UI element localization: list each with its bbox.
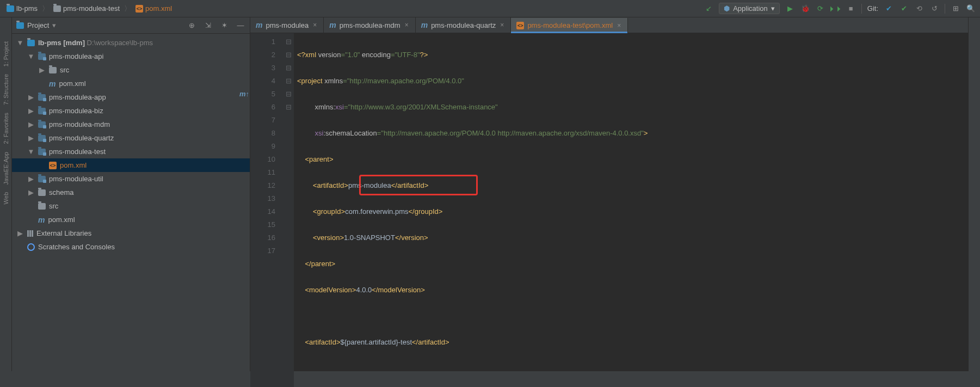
tree-node-folder[interactable]: src [12,199,250,213]
close-icon[interactable]: × [616,22,622,29]
tree-twisty[interactable]: ▶ [27,188,35,196]
tree-root[interactable]: ▼ lb-pms [mdm] D:\workspace\lb-pms [12,36,250,50]
maven-icon: m [38,216,45,224]
project-folder-icon [27,40,35,46]
tool-tab-project[interactable]: 1: Project [2,39,10,69]
close-icon[interactable]: × [312,21,318,29]
tree-label: pms-modulea-util [49,175,103,183]
editor-tab-active[interactable]: <>pms-modulea-test\pom.xml× [511,18,628,33]
tab-label: pms-modulea-mdm [340,21,400,29]
debug-icon[interactable]: 🐞 [800,4,810,14]
tree-twisty[interactable]: ▶ [27,120,35,128]
close-icon[interactable]: × [404,21,410,29]
tree-node-module[interactable]: ▼pms-modulea-api [12,50,250,63]
tree-node-module[interactable]: ▶pms-modulea-mdm [12,118,250,131]
tree-twisty[interactable]: ▼ [27,52,35,60]
stop-icon[interactable]: ■ [846,4,856,14]
tree-twisty[interactable]: ▶ [38,66,46,74]
ide-settings-icon[interactable]: ⊞ [951,4,960,14]
tree-node-pom-selected[interactable]: <>pom.xml [12,158,250,172]
maven-file-icon: <> [135,5,143,13]
editor-body[interactable]: 1234 m↑5 67891011121314151617 ⊟⊟⊟⊟⊟⊟ <?x… [250,33,968,387]
maven-file-icon: <> [49,162,57,169]
tree-node-module[interactable]: ▶pms-modulea-biz [12,104,250,118]
module-icon [38,176,46,182]
folder-icon [49,67,57,73]
tree-twisty[interactable]: ▼ [16,39,24,47]
git-revert-icon[interactable]: ↺ [929,4,939,14]
editor-tabs: mpms-modulea× mpms-modulea-mdm× mpms-mod… [250,17,968,33]
module-icon [38,94,46,101]
code-area[interactable]: <?xml version="1.0" encoding="UTF-8"?> <… [294,33,968,387]
tree-twisty[interactable]: ▼ [27,148,35,156]
separator [945,4,945,14]
tree-label: External Libraries [36,229,91,237]
module-icon [38,108,46,114]
tree-scratches[interactable]: Scratches and Consoles [12,240,250,254]
editor-area: mpms-modulea× mpms-modulea-mdm× mpms-mod… [250,17,968,371]
tree-node-module[interactable]: ▶pms-modulea-quartz [12,131,250,145]
tree-label: pms-modulea-mdm [49,120,110,128]
profile-icon[interactable]: ⏵⏵ [831,4,841,14]
tree-twisty[interactable]: ▶ [27,134,35,142]
maven-gutter-icon[interactable]: m↑ [239,88,249,101]
separator [861,4,862,14]
maven-icon: m [256,21,262,29]
module-icon [38,121,46,128]
tree-twisty[interactable]: ▶ [27,175,35,183]
tree-node-folder[interactable]: ▶schema [12,186,250,199]
search-icon[interactable]: 🔍 [966,4,976,14]
editor-tab[interactable]: mpms-modulea-mdm× [324,17,415,33]
expand-icon[interactable]: ⇲ [203,21,213,30]
tree-node-module[interactable]: ▶pms-modulea-util [12,172,250,186]
build-icon[interactable]: ↙ [704,4,713,14]
tree-label: pms-modulea-app [49,93,106,101]
run-config-dropdown[interactable]: ⬢ Application ▾ [719,3,780,14]
editor-tab[interactable]: mpms-modulea× [250,17,324,33]
tree-twisty[interactable]: ▶ [16,229,24,237]
root-suffix: [mdm] [63,39,85,47]
hide-icon[interactable]: — [236,21,245,30]
maven-icon: m [49,79,56,88]
tool-tab-jee[interactable]: JavaEE:App [2,150,10,187]
gear-icon[interactable]: ✶ [219,21,229,30]
tree-node-module[interactable]: ▶pms-modulea-app [12,90,250,104]
breadcrumbs: lb-pms 〉 pms-modulea-test 〉 <> pom.xml [4,3,174,14]
git-history-icon[interactable]: ⟲ [914,4,924,14]
tree-label: Scratches and Consoles [38,243,115,251]
breadcrumb-root[interactable]: lb-pms [4,3,40,14]
scratches-icon [27,243,35,251]
tree-label: pom.xml [60,161,87,169]
breadcrumb-file[interactable]: <> pom.xml [133,3,174,14]
chevron-right-icon: 〉 [42,4,49,14]
tool-tab-web[interactable]: Web [2,190,10,206]
tool-tab-structure[interactable]: 7: Structure [2,72,10,107]
tree-node-pom[interactable]: mpom.xml [12,77,250,90]
tree-label: src [60,66,69,74]
tool-tab-favorites[interactable]: 2: Favorites [2,110,10,146]
project-tree[interactable]: ▼ lb-pms [mdm] D:\workspace\lb-pms ▼pms-… [12,34,250,371]
breadcrumb-folder[interactable]: pms-modulea-test [51,3,122,14]
tree-node-module[interactable]: ▼pms-modulea-test [12,145,250,158]
tree-label: pms-modulea-test [49,148,106,156]
tree-node-folder[interactable]: ▶src [12,63,250,77]
git-update-icon[interactable]: ✔ [884,4,893,14]
folder-icon [38,203,46,210]
tree-twisty[interactable]: ▶ [27,107,35,115]
tab-label: pms-modulea [266,21,309,29]
breadcrumb-label: lb-pms [16,4,38,13]
folder-icon [53,5,61,12]
locate-icon[interactable]: ⊕ [187,21,196,30]
chevron-down-icon[interactable]: ▾ [52,21,56,29]
fold-gutter[interactable]: ⊟⊟⊟⊟⊟⊟ [283,33,294,387]
tree-label: pms-modulea-api [49,52,103,60]
tree-twisty[interactable]: ▶ [27,93,35,101]
editor-tab[interactable]: mpms-modulea-quartz× [416,17,511,33]
close-icon[interactable]: × [499,21,505,29]
tree-node-pom[interactable]: mpom.xml [12,213,250,226]
git-commit-icon[interactable]: ✔ [899,4,909,14]
tree-external-libraries[interactable]: ▶External Libraries [12,226,250,240]
chevron-right-icon: 〉 [124,4,131,14]
coverage-icon[interactable]: ⟳ [816,4,825,14]
run-icon[interactable]: ▶ [785,4,795,14]
